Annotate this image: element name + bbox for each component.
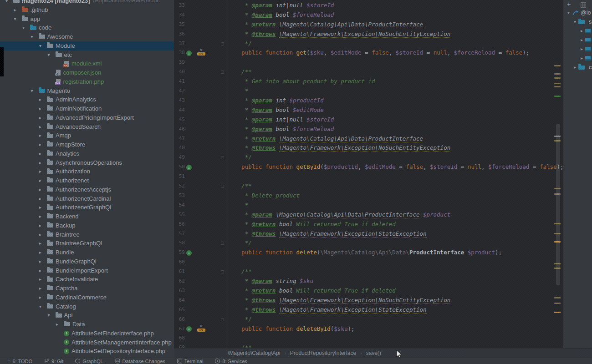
code-line-68[interactable]: 68 bbox=[174, 334, 563, 343]
code-line-47[interactable]: 47 * @return \Magento\Catalog\Api\Data\P… bbox=[174, 134, 563, 144]
tree-item-amqpstore[interactable]: ▸AmqpStore bbox=[0, 140, 174, 149]
tree-item-magento[interactable]: ▾Magento bbox=[0, 86, 174, 96]
chevron-right-icon[interactable]: ▸ bbox=[572, 63, 578, 72]
tree-item-authorizenet[interactable]: ▸Authorizenet bbox=[0, 176, 174, 185]
tree-item-advancedpricingimportexport[interactable]: ▸AdvancedPricingImportExport bbox=[0, 113, 174, 122]
tree-item-braintreegraphql[interactable]: ▸BraintreeGraphQl bbox=[0, 239, 174, 248]
chevron-right-icon[interactable]: ▸ bbox=[38, 185, 47, 194]
code-line-36[interactable]: 36 * @throws \Magento\Framework\Exceptio… bbox=[174, 30, 563, 39]
chevron-right-icon[interactable]: ▸ bbox=[38, 131, 47, 140]
chevron-right-icon[interactable]: ▸ bbox=[38, 176, 47, 185]
tree-item-attributesetrepositoryinterface-php[interactable]: IAttributeSetRepositoryInterface.php bbox=[0, 347, 174, 356]
fold-marker-icon[interactable] bbox=[221, 318, 224, 321]
stripe-mark[interactable] bbox=[554, 297, 561, 298]
fold-marker-icon[interactable] bbox=[221, 156, 224, 159]
chevron-right-icon[interactable]: ▸ bbox=[13, 5, 22, 15]
stripe-mark[interactable] bbox=[554, 86, 561, 87]
chevron-right-icon[interactable]: ▸ bbox=[578, 54, 585, 63]
statusbar-todo-button[interactable]: ≡6: TODO bbox=[7, 359, 32, 364]
tree-item-module[interactable]: ▾Module bbox=[0, 41, 174, 51]
right-panel-item[interactable]: ▸ bbox=[563, 45, 592, 54]
web-api-marker-icon[interactable]: WAPI bbox=[197, 325, 205, 333]
chevron-down-icon[interactable]: ▾ bbox=[565, 8, 572, 17]
tree-item-etc[interactable]: ▾etc bbox=[0, 51, 174, 60]
tree-item-attributesetmanagementinterface-php[interactable]: IAttributeSetManagementInterface.php bbox=[0, 338, 174, 347]
fold-marker-icon[interactable] bbox=[221, 185, 224, 188]
tree-item-advancedsearch[interactable]: ▸AdvancedSearch bbox=[0, 122, 174, 131]
tree-item-composer-json[interactable]: {}composer.json bbox=[0, 68, 174, 77]
code-line-69[interactable]: 69 /** bbox=[174, 343, 563, 348]
chevron-right-icon[interactable]: ▸ bbox=[38, 194, 47, 203]
tree-item-adminnotification[interactable]: ▸AdminNotification bbox=[0, 104, 174, 113]
tree-item-data[interactable]: ▸Data bbox=[0, 320, 174, 329]
code-line-41[interactable]: 41 * Get info about product by product i… bbox=[174, 77, 563, 86]
chevron-right-icon[interactable]: ▸ bbox=[38, 221, 47, 230]
code-editor[interactable]: 32 * @param bool $editMode33 * @param in… bbox=[174, 0, 563, 348]
statusbar-services-button[interactable]: 8: Services bbox=[215, 359, 247, 364]
code-line-61[interactable]: 61 /** bbox=[174, 267, 563, 277]
chevron-down-icon[interactable]: ▾ bbox=[572, 17, 578, 26]
tree-item-authorizenetcardinal[interactable]: ▸AuthorizenetCardinal bbox=[0, 194, 174, 203]
stripe-mark[interactable] bbox=[554, 83, 561, 84]
chevron-down-icon[interactable]: ▾ bbox=[47, 51, 56, 60]
code-line-63[interactable]: 63 * @return bool Will returned True if … bbox=[174, 286, 563, 296]
chevron-down-icon[interactable]: ▾ bbox=[47, 311, 56, 320]
implemented-marker-icon[interactable]: ↓ bbox=[186, 165, 192, 170]
stripe-mark[interactable] bbox=[554, 77, 561, 79]
statusbar-git-button[interactable]: 9: Git bbox=[44, 359, 63, 364]
tree-item-amqp[interactable]: ▸Amqp bbox=[0, 131, 174, 140]
statusbar-graphql-button[interactable]: GraphQL bbox=[75, 359, 103, 364]
chevron-down-icon[interactable]: ▾ bbox=[30, 32, 39, 41]
breadcrumb-item[interactable]: ProductRepositoryInterface bbox=[290, 350, 356, 356]
chevron-right-icon[interactable]: ▸ bbox=[38, 212, 47, 221]
code-line-44[interactable]: 44 * @param bool $editMode bbox=[174, 106, 563, 115]
code-line-48[interactable]: 48 * @throws \Magento\Framework\Exceptio… bbox=[174, 143, 563, 153]
code-line-37[interactable]: 37 */ bbox=[174, 39, 563, 49]
tree-item-attributesetfinderinterface-php[interactable]: IAttributeSetFinderInterface.php bbox=[0, 329, 174, 338]
chevron-right-icon[interactable]: ▸ bbox=[38, 104, 47, 113]
chevron-right-icon[interactable]: ▸ bbox=[38, 113, 47, 122]
chevron-right-icon[interactable]: ▸ bbox=[38, 167, 47, 176]
tree-item-catalog[interactable]: ▾Catalog bbox=[0, 302, 174, 311]
tree-item-bundle[interactable]: ▸Bundle bbox=[0, 248, 174, 257]
code-line-38[interactable]: 38↓WAPI public function get($sku, $editM… bbox=[174, 48, 563, 58]
tree-item-app[interactable]: ▾app bbox=[0, 15, 174, 24]
chevron-right-icon[interactable]: ▸ bbox=[38, 293, 47, 302]
vertical-scrollbar[interactable] bbox=[556, 124, 560, 285]
right-panel-item[interactable]: ▸ bbox=[563, 54, 592, 63]
code-line-62[interactable]: 62 * @param string $sku bbox=[174, 277, 563, 286]
chevron-right-icon[interactable]: ▸ bbox=[38, 266, 47, 275]
tree-item-braintree[interactable]: ▸Braintree bbox=[0, 230, 174, 239]
code-line-34[interactable]: 34 * @param bool $forceReload bbox=[174, 10, 563, 20]
code-line-55[interactable]: 55 * @param \Magento\Catalog\Api\Data\Pr… bbox=[174, 210, 563, 220]
code-line-33[interactable]: 33 * @param int|null $storeId bbox=[174, 1, 563, 10]
fold-marker-icon[interactable] bbox=[221, 42, 224, 46]
tree-item-authorization[interactable]: ▸Authorization bbox=[0, 167, 174, 176]
breadcrumb-item[interactable]: save() bbox=[366, 350, 381, 356]
code-line-42[interactable]: 42 * bbox=[174, 86, 563, 96]
chevron-right-icon[interactable]: ▸ bbox=[38, 140, 47, 149]
chevron-right-icon[interactable]: ▸ bbox=[578, 45, 585, 54]
chevron-right-icon[interactable]: ▸ bbox=[578, 26, 585, 35]
code-line-53[interactable]: 53 * Delete product bbox=[174, 191, 563, 201]
code-line-66[interactable]: 66 */ bbox=[174, 315, 563, 324]
code-line-59[interactable]: 59↓ public function delete(\Magento\Cata… bbox=[174, 248, 563, 258]
code-line-58[interactable]: 58 */ bbox=[174, 238, 563, 248]
stripe-mark[interactable] bbox=[554, 96, 561, 97]
project-root-row[interactable]: ▾magento24 [magento23]/Applications/MAMP… bbox=[0, 0, 174, 5]
code-line-56[interactable]: 56 * @return bool Will returned True if … bbox=[174, 220, 563, 229]
tree-item-backup[interactable]: ▸Backup bbox=[0, 221, 174, 230]
implemented-marker-icon[interactable]: ↓ bbox=[186, 51, 192, 56]
chevron-right-icon[interactable]: ▸ bbox=[38, 149, 47, 158]
chevron-right-icon[interactable]: ▸ bbox=[38, 239, 47, 248]
right-panel-item[interactable]: ▸ bbox=[563, 35, 592, 45]
stripe-mark[interactable] bbox=[554, 312, 561, 313]
web-api-marker-icon[interactable]: WAPI bbox=[197, 49, 205, 57]
chevron-right-icon[interactable]: ▸ bbox=[38, 158, 47, 167]
code-line-60[interactable]: 60 bbox=[174, 258, 563, 267]
chevron-right-icon[interactable]: ▸ bbox=[578, 35, 585, 45]
fold-marker-icon[interactable] bbox=[221, 71, 224, 74]
code-line-49[interactable]: 49 */ bbox=[174, 153, 563, 162]
code-line-65[interactable]: 65 * @throws \Magento\Framework\Exceptio… bbox=[174, 305, 563, 315]
tree-item-authorizenetgraphql[interactable]: ▸AuthorizenetGraphQl bbox=[0, 203, 174, 212]
